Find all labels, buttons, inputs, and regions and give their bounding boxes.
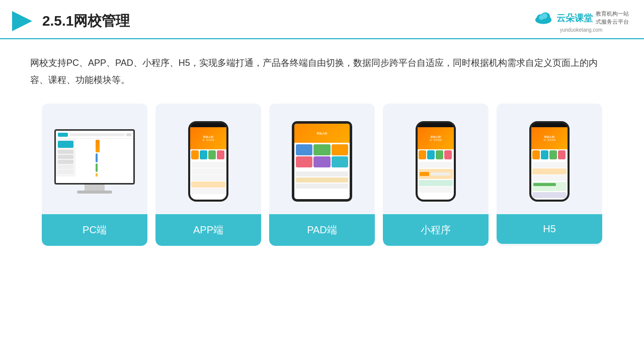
card-pc: PC端 xyxy=(42,104,147,246)
cards-container: PC端 职达人的 第一堂判理课 xyxy=(0,99,644,256)
card-label-pc: PC端 xyxy=(42,214,147,246)
page-title: 2.5.1网校管理 xyxy=(42,12,130,31)
logo-cloud: 云朵课堂 教育机构一站 式服务云平台 xyxy=(533,10,629,26)
card-image-pad: 职达人的 xyxy=(269,104,375,214)
card-image-h5: 职达人的 第一堂判理课 xyxy=(497,104,602,214)
monitor-mockup xyxy=(54,129,135,194)
card-miniprogram: 职达人的 第一堂判理课 xyxy=(383,104,489,246)
svg-point-6 xyxy=(539,15,544,20)
card-label-app: APP端 xyxy=(155,214,261,246)
phone-mockup-mini: 职达人的 第一堂判理课 xyxy=(416,121,456,202)
card-label-h5: H5 xyxy=(497,214,602,244)
logo-subtitle: 教育机构一站 式服务云平台 xyxy=(596,10,629,26)
tablet-mockup: 职达人的 xyxy=(292,121,352,202)
card-pad: 职达人的 xyxy=(269,104,375,246)
monitor-screen xyxy=(54,129,135,185)
header: 2.5.1网校管理 云朵课堂 教育机构一站 式服务云平台 yunduoketan… xyxy=(0,0,644,39)
header-left: 2.5.1网校管理 xyxy=(10,9,130,33)
card-label-pad: PAD端 xyxy=(269,214,375,246)
svg-marker-0 xyxy=(12,11,32,31)
phone-mockup-h5: 职达人的 第一堂判理课 xyxy=(529,121,570,202)
cloud-icon xyxy=(533,10,553,26)
card-image-miniprogram: 职达人的 第一堂判理课 xyxy=(383,104,489,214)
card-image-pc xyxy=(42,104,147,214)
logo-area: 云朵课堂 教育机构一站 式服务云平台 yunduoketang.com xyxy=(533,10,629,33)
play-icon xyxy=(10,9,34,33)
phone-mockup-app: 职达人的 第一堂判理课 xyxy=(188,121,228,202)
logo-url: yunduoketang.com xyxy=(560,27,603,33)
card-h5: 职达人的 第一堂判理课 xyxy=(497,104,602,246)
card-app: 职达人的 第一堂判理课 xyxy=(155,104,261,246)
description-text: 网校支持PC、APP、PAD、小程序、H5，实现多端打通，产品各终端自由切换，数… xyxy=(30,58,598,85)
description: 网校支持PC、APP、PAD、小程序、H5，实现多端打通，产品各终端自由切换，数… xyxy=(0,39,644,99)
card-image-app: 职达人的 第一堂判理课 xyxy=(155,104,261,214)
card-label-miniprogram: 小程序 xyxy=(383,214,489,246)
logo-name: 云朵课堂 xyxy=(556,12,593,24)
